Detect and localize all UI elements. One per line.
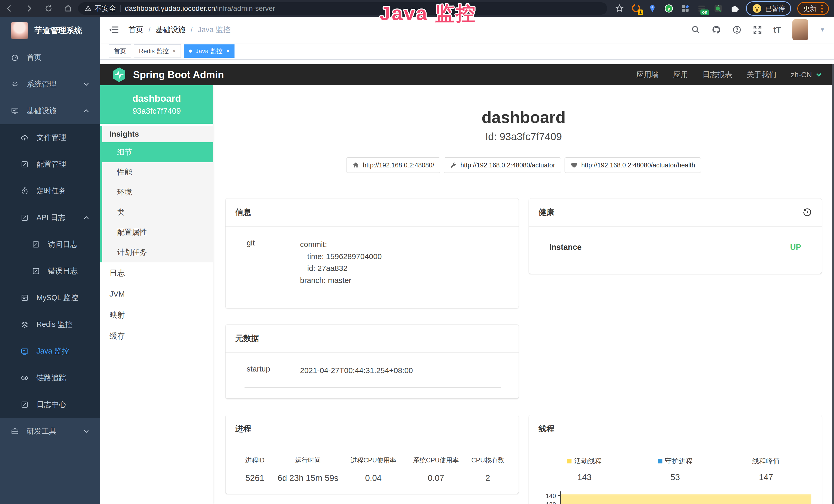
tab-java-monitor[interactable]: Java 监控×: [184, 44, 235, 58]
sidebar-item-config-mgmt[interactable]: 配置管理: [0, 151, 100, 178]
log-edit-icon: [21, 214, 29, 222]
sidebar-item-file-mgmt[interactable]: 文件管理: [0, 124, 100, 151]
extensions-puzzle-icon[interactable]: [729, 3, 740, 14]
sidebar-item-dev-tools[interactable]: 研发工具: [0, 418, 100, 445]
process-proc-cpu: 0.04: [342, 465, 405, 483]
startup-value: 2021-04-27T00:44:31.254+08:00: [300, 365, 413, 377]
browser-menu-icon[interactable]: [821, 5, 823, 13]
sidebar-item-scheduled-jobs[interactable]: 定时任务: [0, 178, 100, 204]
sba-nav-caches[interactable]: 缓存: [100, 325, 213, 347]
sidebar-item-system[interactable]: 系统管理: [0, 71, 100, 97]
instance-id: 93a3fc7f7409: [133, 107, 181, 116]
java-monitor-icon: [21, 347, 29, 356]
sidebar-item-log-center[interactable]: 日志中心: [0, 391, 100, 418]
sidebar-item-redis-monitor[interactable]: Redis 监控: [0, 311, 100, 338]
address-bar[interactable]: 不安全 dashboard.yudao.iocoder.cn/infra/adm…: [78, 2, 607, 15]
log-edit-icon: [32, 240, 40, 249]
sba-nav-scheduled-tasks[interactable]: 计划任务: [102, 243, 213, 262]
sba-nav-metrics[interactable]: 性能: [102, 162, 213, 182]
sba-nav-logs[interactable]: 日志: [100, 262, 213, 283]
avatar-caret-icon[interactable]: ▼: [820, 26, 825, 33]
sidebar-item-api-log[interactable]: API 日志: [0, 204, 100, 231]
service-url-button[interactable]: http://192.168.0.2:48080/: [346, 157, 440, 173]
sidebar-item-error-log[interactable]: 错误日志: [0, 258, 100, 284]
fullscreen-icon[interactable]: [753, 25, 762, 35]
close-icon[interactable]: ×: [226, 47, 229, 55]
app-logo-block[interactable]: 芋道管理系统: [0, 17, 100, 44]
search-icon[interactable]: [691, 25, 700, 35]
extension-on-badge-icon[interactable]: on: [697, 3, 707, 14]
sba-menu-applications[interactable]: 应用: [673, 70, 688, 80]
security-status[interactable]: 不安全: [85, 4, 116, 13]
forward-icon[interactable]: [25, 4, 34, 13]
hamburger-icon[interactable]: [109, 25, 119, 35]
scrollbar[interactable]: [832, 64, 834, 504]
process-col-cores: CPU核心数: [467, 455, 508, 465]
sba-brand[interactable]: Spring Boot Admin: [112, 67, 224, 83]
sidebar-item-mysql-monitor[interactable]: MySQL 监控: [0, 284, 100, 311]
text-size-icon[interactable]: tT: [773, 25, 781, 35]
tab-home[interactable]: 首页: [109, 44, 131, 58]
tab-paused-pill[interactable]: 已暂停: [746, 1, 791, 16]
instance-header[interactable]: dashboard 93a3fc7f7409: [100, 85, 213, 124]
bookmark-star-icon[interactable]: [614, 3, 625, 14]
sba-nav-environment[interactable]: 环境: [102, 182, 213, 202]
health-url-button[interactable]: http://192.168.0.2:48080/actuator/health: [565, 157, 701, 173]
home-icon[interactable]: [64, 4, 72, 13]
legend-daemon-threads: 守护进程 53: [630, 457, 721, 482]
sba-menu-journal[interactable]: 日志报表: [702, 70, 732, 80]
sidebar-item-tracing[interactable]: 链路追踪: [0, 365, 100, 391]
app-sidebar: 芋道管理系统 首页 系统管理 基础设施 文件管理 配置管理 定时任务 API 日…: [0, 17, 100, 504]
sba-menu-wallboard[interactable]: 应用墙: [636, 70, 659, 80]
breadcrumb-home[interactable]: 首页: [128, 25, 143, 35]
update-button[interactable]: 更新: [797, 2, 829, 15]
paused-label: 已暂停: [765, 4, 785, 13]
chevron-down-icon: [815, 71, 822, 78]
github-icon[interactable]: [712, 25, 721, 35]
sba-menu-about[interactable]: 关于我们: [747, 70, 776, 80]
sba-nav-config-props[interactable]: 配置属性: [102, 222, 213, 243]
tags-view: 首页 Redis 监控× Java 监控×: [100, 43, 834, 60]
reload-icon[interactable]: [44, 4, 53, 13]
tab-redis-monitor[interactable]: Redis 监控×: [134, 44, 181, 58]
extension-grid-icon[interactable]: [680, 3, 690, 14]
legend-swatch-blue: [658, 459, 662, 463]
navbar-actions: tT ▼: [691, 19, 825, 40]
dashboard-icon: [11, 53, 19, 62]
sidebar-item-home[interactable]: 首页: [0, 44, 100, 71]
health-card-title: 健康: [539, 207, 554, 218]
process-col-proc-cpu: 进程CPU使用率: [342, 455, 405, 465]
process-table: 进程ID 运行时间 进程CPU使用率 系统CPU使用率 CPU核心数 5261 …: [236, 455, 508, 483]
extension-leaf-icon[interactable]: [713, 3, 723, 14]
legend-live-threads: 活动线程 143: [539, 457, 630, 482]
sba-nav-jvm[interactable]: JVM: [100, 283, 213, 304]
sba-language-select[interactable]: zh-CN: [791, 71, 822, 79]
back-icon[interactable]: [5, 4, 14, 13]
info-card-title: 信息: [235, 207, 251, 218]
extension-orange-icon[interactable]: 1: [631, 3, 641, 14]
sba-nav-mappings[interactable]: 映射: [100, 304, 213, 325]
process-col-sys-cpu: 系统CPU使用率: [405, 455, 467, 465]
extension-green-y-icon[interactable]: y: [664, 3, 674, 14]
history-icon[interactable]: [803, 208, 812, 217]
sba-brand-title: Spring Boot Admin: [133, 69, 224, 81]
annotation-java-monitor: Java 监控: [380, 1, 477, 27]
breadcrumb-section[interactable]: 基础设施: [156, 25, 185, 35]
actuator-url-button[interactable]: http://192.168.0.2:48080/actuator: [444, 157, 561, 173]
sidebar-item-infra[interactable]: 基础设施: [0, 97, 100, 124]
help-icon[interactable]: [732, 25, 742, 35]
extension-pin-icon[interactable]: [647, 3, 658, 14]
app-title: 芋道管理系统: [35, 25, 82, 36]
sba-nav-details[interactable]: 细节: [100, 142, 213, 162]
row-divider: [244, 387, 501, 388]
sba-menu: 应用墙 应用 日志报表 关于我们 zh-CN: [636, 70, 822, 80]
process-col-pid: 进程ID: [236, 455, 274, 465]
health-card: 健康 Instance UP: [529, 199, 822, 274]
chart-y-axis: 140 120 100: [539, 491, 560, 504]
avatar[interactable]: [792, 19, 808, 40]
sba-nav-classes[interactable]: 类: [102, 202, 213, 222]
process-card-title: 进程: [235, 423, 251, 434]
sidebar-item-java-monitor[interactable]: Java 监控: [0, 338, 100, 365]
sidebar-item-access-log[interactable]: 访问日志: [0, 231, 100, 258]
close-icon[interactable]: ×: [172, 47, 176, 55]
